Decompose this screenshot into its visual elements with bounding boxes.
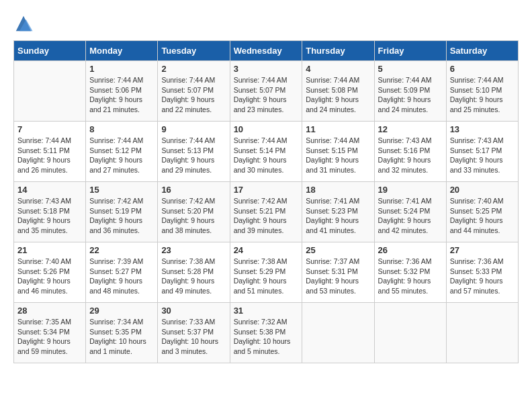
calendar-table: SundayMondayTuesdayWednesdayThursdayFrid… (13, 40, 519, 363)
calendar-cell: 14Sunrise: 7:43 AM Sunset: 5:18 PM Dayli… (14, 182, 86, 242)
calendar-header-row: SundayMondayTuesdayWednesdayThursdayFrid… (14, 41, 519, 61)
calendar-cell: 28Sunrise: 7:35 AM Sunset: 5:34 PM Dayli… (14, 303, 86, 363)
day-info: Sunrise: 7:36 AM Sunset: 5:33 PM Dayligh… (450, 257, 515, 296)
calendar-cell: 15Sunrise: 7:42 AM Sunset: 5:19 PM Dayli… (86, 182, 158, 242)
day-number: 16 (161, 185, 226, 195)
day-info: Sunrise: 7:44 AM Sunset: 5:14 PM Dayligh… (234, 136, 299, 175)
day-info: Sunrise: 7:41 AM Sunset: 5:23 PM Dayligh… (306, 196, 370, 236)
calendar-cell: 3Sunrise: 7:44 AM Sunset: 5:07 PM Daylig… (230, 61, 302, 122)
day-number: 18 (306, 185, 370, 195)
column-header-sunday: Sunday (14, 41, 86, 61)
calendar-cell (374, 303, 446, 363)
calendar-cell: 8Sunrise: 7:44 AM Sunset: 5:12 PM Daylig… (86, 122, 158, 182)
calendar-cell: 21Sunrise: 7:40 AM Sunset: 5:26 PM Dayli… (14, 242, 86, 303)
calendar-cell: 12Sunrise: 7:43 AM Sunset: 5:16 PM Dayli… (374, 122, 446, 182)
day-info: Sunrise: 7:43 AM Sunset: 5:16 PM Dayligh… (378, 136, 443, 175)
day-info: Sunrise: 7:40 AM Sunset: 5:26 PM Dayligh… (17, 257, 82, 296)
day-info: Sunrise: 7:42 AM Sunset: 5:20 PM Dayligh… (161, 196, 226, 236)
day-number: 27 (450, 245, 515, 255)
calendar-week-row: 28Sunrise: 7:35 AM Sunset: 5:34 PM Dayli… (14, 303, 519, 363)
day-number: 26 (378, 245, 443, 255)
day-number: 13 (450, 124, 515, 134)
day-number: 20 (450, 185, 515, 195)
calendar-cell: 5Sunrise: 7:44 AM Sunset: 5:09 PM Daylig… (374, 61, 446, 122)
calendar-cell: 25Sunrise: 7:37 AM Sunset: 5:31 PM Dayli… (302, 242, 374, 303)
day-number: 10 (234, 124, 299, 134)
calendar-cell: 16Sunrise: 7:42 AM Sunset: 5:20 PM Dayli… (158, 182, 230, 242)
day-number: 4 (306, 64, 370, 74)
day-info: Sunrise: 7:44 AM Sunset: 5:13 PM Dayligh… (161, 136, 226, 175)
calendar-week-row: 7Sunrise: 7:44 AM Sunset: 5:11 PM Daylig… (14, 122, 519, 182)
day-info: Sunrise: 7:33 AM Sunset: 5:37 PM Dayligh… (161, 317, 226, 357)
day-number: 22 (89, 245, 154, 255)
calendar-cell (302, 303, 374, 363)
day-info: Sunrise: 7:38 AM Sunset: 5:28 PM Dayligh… (161, 257, 226, 296)
calendar-cell: 22Sunrise: 7:39 AM Sunset: 5:27 PM Dayli… (86, 242, 158, 303)
day-number: 29 (89, 306, 154, 316)
day-number: 3 (234, 64, 299, 74)
day-info: Sunrise: 7:44 AM Sunset: 5:07 PM Dayligh… (234, 75, 299, 115)
calendar-cell: 27Sunrise: 7:36 AM Sunset: 5:33 PM Dayli… (446, 242, 518, 303)
calendar-cell: 18Sunrise: 7:41 AM Sunset: 5:23 PM Dayli… (302, 182, 374, 242)
page-header (13, 13, 519, 34)
calendar-cell: 7Sunrise: 7:44 AM Sunset: 5:11 PM Daylig… (14, 122, 86, 182)
day-info: Sunrise: 7:40 AM Sunset: 5:25 PM Dayligh… (450, 196, 515, 236)
calendar-cell: 11Sunrise: 7:44 AM Sunset: 5:15 PM Dayli… (302, 122, 374, 182)
day-info: Sunrise: 7:42 AM Sunset: 5:19 PM Dayligh… (89, 196, 154, 236)
day-number: 25 (306, 245, 370, 255)
calendar-cell: 17Sunrise: 7:42 AM Sunset: 5:21 PM Dayli… (230, 182, 302, 242)
day-number: 2 (161, 64, 226, 74)
day-number: 14 (17, 185, 82, 195)
day-number: 28 (17, 306, 82, 316)
day-info: Sunrise: 7:44 AM Sunset: 5:15 PM Dayligh… (306, 136, 370, 175)
day-info: Sunrise: 7:44 AM Sunset: 5:10 PM Dayligh… (450, 75, 515, 115)
calendar-cell: 9Sunrise: 7:44 AM Sunset: 5:13 PM Daylig… (158, 122, 230, 182)
day-number: 11 (306, 124, 370, 134)
calendar-cell: 20Sunrise: 7:40 AM Sunset: 5:25 PM Dayli… (446, 182, 518, 242)
day-number: 5 (378, 64, 443, 74)
day-number: 23 (161, 245, 226, 255)
column-header-monday: Monday (86, 41, 158, 61)
day-number: 31 (234, 306, 299, 316)
day-number: 7 (17, 124, 82, 134)
calendar-cell: 1Sunrise: 7:44 AM Sunset: 5:06 PM Daylig… (86, 61, 158, 122)
day-info: Sunrise: 7:41 AM Sunset: 5:24 PM Dayligh… (378, 196, 443, 236)
day-number: 6 (450, 64, 515, 74)
calendar-cell: 4Sunrise: 7:44 AM Sunset: 5:08 PM Daylig… (302, 61, 374, 122)
column-header-friday: Friday (374, 41, 446, 61)
calendar-cell: 31Sunrise: 7:32 AM Sunset: 5:38 PM Dayli… (230, 303, 302, 363)
column-header-saturday: Saturday (446, 41, 518, 61)
day-info: Sunrise: 7:44 AM Sunset: 5:07 PM Dayligh… (161, 75, 226, 115)
calendar-cell: 23Sunrise: 7:38 AM Sunset: 5:28 PM Dayli… (158, 242, 230, 303)
calendar-cell (446, 303, 518, 363)
day-number: 12 (378, 124, 443, 134)
day-number: 21 (17, 245, 82, 255)
calendar-cell: 30Sunrise: 7:33 AM Sunset: 5:37 PM Dayli… (158, 303, 230, 363)
calendar-cell (14, 61, 86, 122)
calendar-cell: 13Sunrise: 7:43 AM Sunset: 5:17 PM Dayli… (446, 122, 518, 182)
day-number: 24 (234, 245, 299, 255)
day-info: Sunrise: 7:43 AM Sunset: 5:18 PM Dayligh… (17, 196, 82, 236)
column-header-wednesday: Wednesday (230, 41, 302, 61)
day-info: Sunrise: 7:42 AM Sunset: 5:21 PM Dayligh… (234, 196, 299, 236)
day-info: Sunrise: 7:35 AM Sunset: 5:34 PM Dayligh… (17, 317, 82, 357)
calendar-cell: 24Sunrise: 7:38 AM Sunset: 5:29 PM Dayli… (230, 242, 302, 303)
logo (13, 13, 36, 34)
day-number: 1 (89, 64, 154, 74)
day-number: 9 (161, 124, 226, 134)
day-number: 17 (234, 185, 299, 195)
calendar-cell: 19Sunrise: 7:41 AM Sunset: 5:24 PM Dayli… (374, 182, 446, 242)
day-info: Sunrise: 7:39 AM Sunset: 5:27 PM Dayligh… (89, 257, 154, 296)
day-info: Sunrise: 7:44 AM Sunset: 5:12 PM Dayligh… (89, 136, 154, 175)
calendar-week-row: 14Sunrise: 7:43 AM Sunset: 5:18 PM Dayli… (14, 182, 519, 242)
day-info: Sunrise: 7:44 AM Sunset: 5:08 PM Dayligh… (306, 75, 370, 115)
logo-icon (13, 13, 34, 34)
calendar-cell: 6Sunrise: 7:44 AM Sunset: 5:10 PM Daylig… (446, 61, 518, 122)
day-info: Sunrise: 7:36 AM Sunset: 5:32 PM Dayligh… (378, 257, 443, 296)
day-info: Sunrise: 7:44 AM Sunset: 5:11 PM Dayligh… (17, 136, 82, 175)
day-info: Sunrise: 7:44 AM Sunset: 5:09 PM Dayligh… (378, 75, 443, 115)
day-info: Sunrise: 7:43 AM Sunset: 5:17 PM Dayligh… (450, 136, 515, 175)
day-info: Sunrise: 7:44 AM Sunset: 5:06 PM Dayligh… (89, 75, 154, 115)
calendar-cell: 29Sunrise: 7:34 AM Sunset: 5:35 PM Dayli… (86, 303, 158, 363)
day-number: 30 (161, 306, 226, 316)
